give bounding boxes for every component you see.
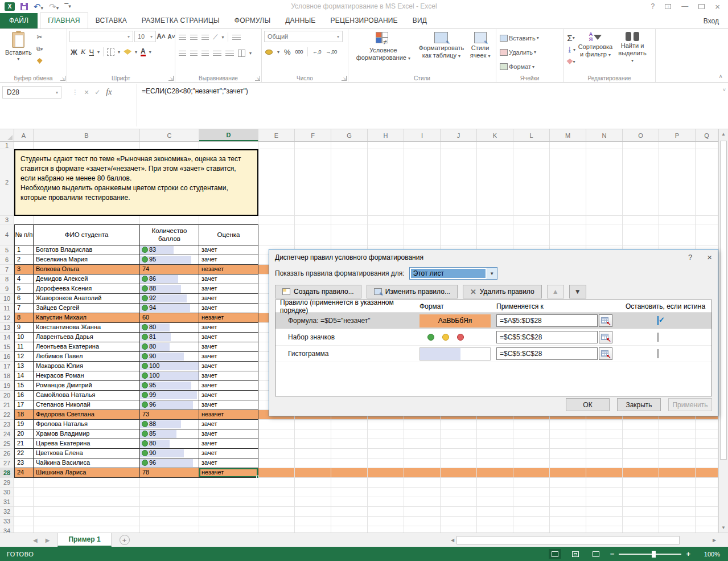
grid-cell[interactable]: [295, 488, 331, 497]
zoom-in-icon[interactable]: +: [686, 550, 690, 558]
active-cell-D28[interactable]: незачет: [199, 468, 258, 478]
grid-cell[interactable]: [513, 142, 550, 149]
grid-cell[interactable]: зачет: [199, 429, 258, 439]
grid-cell[interactable]: [14, 488, 34, 497]
grid-cell[interactable]: [331, 224, 368, 245]
grid-cell[interactable]: 99: [140, 391, 199, 400]
grid-cell[interactable]: [550, 449, 586, 458]
grid-cell[interactable]: [623, 478, 659, 488]
grid-cell[interactable]: [659, 420, 696, 429]
help-icon[interactable]: ?: [651, 2, 655, 10]
grid-cell[interactable]: Богатов Владислав: [34, 245, 140, 255]
paste-button[interactable]: Вставить▾: [2, 31, 35, 63]
grid-cell[interactable]: 85: [140, 429, 199, 439]
grid-cell[interactable]: Некрасов Роман: [34, 371, 140, 381]
grid-cell[interactable]: [513, 429, 550, 439]
enter-formula-icon[interactable]: ✓: [94, 88, 100, 96]
grid-cell[interactable]: зачет: [199, 333, 258, 342]
dialog-help-icon[interactable]: ?: [688, 253, 692, 261]
grid-cell[interactable]: № п/п: [14, 224, 34, 245]
zoom-level[interactable]: 100%: [698, 551, 720, 558]
grid-cell[interactable]: [368, 458, 404, 468]
grid-cell[interactable]: [199, 497, 258, 507]
grid-cell[interactable]: 95: [140, 255, 199, 265]
grid-cell[interactable]: [295, 429, 331, 439]
grid-cell[interactable]: зачет: [199, 400, 258, 410]
row-header-18[interactable]: 18: [0, 371, 14, 381]
scroll-down-icon[interactable]: ▼: [719, 523, 728, 533]
grid-cell[interactable]: [258, 216, 295, 224]
font-color-icon[interactable]: А: [141, 48, 146, 56]
grid-cell[interactable]: Чайкина Василиса: [34, 458, 140, 468]
orientation-icon[interactable]: ⟋: [213, 33, 217, 41]
grid-cell[interactable]: [513, 468, 550, 478]
grid-cell[interactable]: [258, 429, 295, 439]
grid-cell[interactable]: [477, 468, 513, 478]
increase-decimal-icon[interactable]: ←,0: [312, 49, 321, 55]
apply-button[interactable]: Применить: [668, 398, 712, 411]
grid-cell[interactable]: Константинова Жанна: [34, 323, 140, 333]
grid-cell[interactable]: [623, 142, 659, 149]
grid-cell[interactable]: 19: [14, 420, 34, 429]
grid-cell[interactable]: [550, 458, 586, 468]
row-header-22[interactable]: 22: [0, 410, 14, 420]
grid-cell[interactable]: [696, 449, 718, 458]
normal-view-icon[interactable]: [549, 549, 561, 559]
grid-cell[interactable]: [513, 458, 550, 468]
grid-cell[interactable]: зачет: [199, 362, 258, 371]
grid-cell[interactable]: [295, 142, 331, 149]
column-header-C[interactable]: C: [140, 129, 199, 141]
grid-cell[interactable]: [696, 468, 718, 478]
grid-cell[interactable]: 23: [14, 458, 34, 468]
font-name-combo[interactable]: ▾: [69, 31, 133, 42]
grid-cell[interactable]: зачет: [199, 352, 258, 362]
grid-cell[interactable]: зачет: [199, 284, 258, 294]
restore-icon[interactable]: [698, 4, 705, 9]
grid-cell[interactable]: зачет: [199, 420, 258, 429]
row-header-1[interactable]: 1: [0, 142, 14, 149]
grid-cell[interactable]: [513, 497, 550, 507]
grid-cell[interactable]: [550, 149, 586, 216]
grid-cell[interactable]: зачет: [199, 323, 258, 333]
grid-cell[interactable]: [550, 468, 586, 478]
grid-cell[interactable]: 96: [140, 400, 199, 410]
column-header-G[interactable]: G: [331, 129, 368, 141]
column-header-I[interactable]: I: [404, 129, 441, 141]
grid-cell[interactable]: [404, 478, 441, 488]
grid-cell[interactable]: [368, 488, 404, 497]
grid-cell[interactable]: [623, 429, 659, 439]
grid-cell[interactable]: [477, 526, 513, 533]
wrap-text-icon[interactable]: [232, 35, 241, 40]
grid-cell[interactable]: [586, 142, 623, 149]
minimize-icon[interactable]: —: [681, 2, 688, 10]
close-icon[interactable]: ×: [715, 2, 720, 11]
grid-cell[interactable]: [331, 478, 368, 488]
grid-cell[interactable]: [550, 507, 586, 517]
grid-cell[interactable]: [659, 526, 696, 533]
grid-cell[interactable]: [441, 216, 477, 224]
grid-cell[interactable]: [659, 507, 696, 517]
grid-cell[interactable]: [199, 216, 258, 224]
grid-cell[interactable]: [258, 224, 295, 245]
move-rule-down-button[interactable]: ▼: [569, 285, 586, 298]
grid-cell[interactable]: [659, 439, 696, 449]
grid-cell[interactable]: Жаворонков Анатолий: [34, 294, 140, 304]
grid-cell[interactable]: Лаврентьева Дарья: [34, 333, 140, 342]
grid-cell[interactable]: [513, 478, 550, 488]
grid-cell[interactable]: 88: [140, 284, 199, 294]
move-rule-up-button[interactable]: ▲: [547, 285, 564, 298]
next-sheet-icon[interactable]: ▶: [46, 537, 50, 543]
grid-cell[interactable]: 3: [14, 265, 34, 275]
rule-row-formula[interactable]: Формула: =$D5="незачет" АаBbБбЯя =$A$5:$…: [275, 313, 711, 329]
grid-cell[interactable]: 13: [14, 362, 34, 371]
grid-cell[interactable]: [441, 224, 477, 245]
grid-cell[interactable]: зачет: [199, 381, 258, 391]
grid-cell[interactable]: [258, 497, 295, 507]
row-header-34[interactable]: 34: [0, 526, 14, 533]
undo-icon[interactable]: ↶▾: [34, 2, 43, 11]
grid-cell[interactable]: зачет: [199, 275, 258, 284]
grid-cell[interactable]: Любимов Павел: [34, 352, 140, 362]
merge-center-icon[interactable]: [238, 50, 245, 57]
grid-cell[interactable]: [404, 216, 441, 224]
row-header-8[interactable]: 8: [0, 275, 14, 284]
